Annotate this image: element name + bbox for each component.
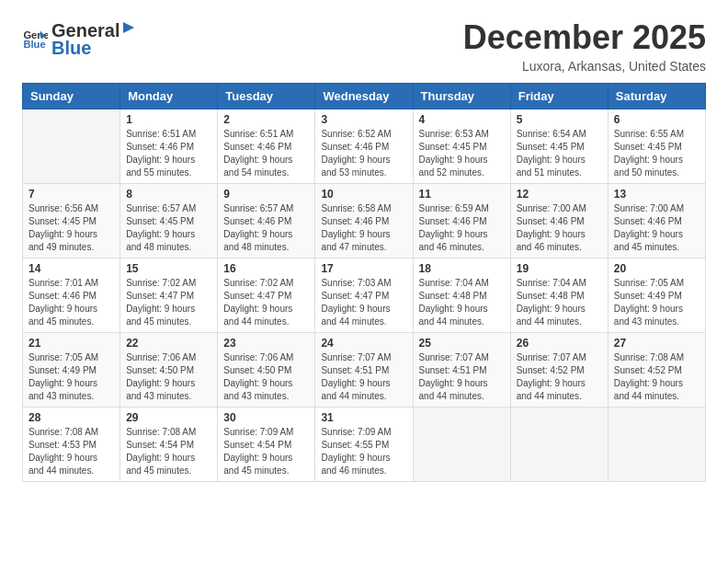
- calendar-week-row: 1Sunrise: 6:51 AM Sunset: 4:46 PM Daylig…: [23, 109, 706, 184]
- day-number: 25: [419, 337, 505, 350]
- svg-marker-3: [123, 22, 134, 33]
- day-number: 17: [321, 262, 406, 275]
- day-info: Sunrise: 6:57 AM Sunset: 4:45 PM Dayligh…: [126, 202, 211, 254]
- day-info: Sunrise: 6:53 AM Sunset: 4:45 PM Dayligh…: [419, 128, 505, 179]
- day-info: Sunrise: 6:56 AM Sunset: 4:45 PM Dayligh…: [28, 202, 114, 254]
- day-info: Sunrise: 7:09 AM Sunset: 4:55 PM Dayligh…: [321, 426, 406, 477]
- calendar-cell: [608, 408, 705, 482]
- month-title: December 2025: [463, 18, 706, 57]
- day-number: 19: [517, 262, 602, 275]
- calendar-week-row: 28Sunrise: 7:08 AM Sunset: 4:53 PM Dayli…: [23, 408, 706, 482]
- day-info: Sunrise: 6:57 AM Sunset: 4:46 PM Dayligh…: [223, 202, 309, 254]
- day-number: 27: [614, 337, 700, 350]
- calendar-cell: 19Sunrise: 7:04 AM Sunset: 4:48 PM Dayli…: [510, 259, 608, 333]
- day-number: 20: [614, 262, 700, 275]
- calendar-cell: [413, 408, 510, 482]
- calendar-cell: 17Sunrise: 7:03 AM Sunset: 4:47 PM Dayli…: [315, 259, 413, 333]
- weekday-header-saturday: Saturday: [608, 84, 705, 109]
- day-number: 11: [419, 188, 505, 201]
- day-number: 15: [126, 262, 211, 275]
- calendar-week-row: 21Sunrise: 7:05 AM Sunset: 4:49 PM Dayli…: [23, 333, 706, 408]
- day-info: Sunrise: 7:05 AM Sunset: 4:49 PM Dayligh…: [28, 351, 114, 403]
- day-info: Sunrise: 7:08 AM Sunset: 4:52 PM Dayligh…: [614, 351, 700, 403]
- day-info: Sunrise: 7:03 AM Sunset: 4:47 PM Dayligh…: [321, 277, 406, 328]
- day-info: Sunrise: 7:04 AM Sunset: 4:48 PM Dayligh…: [517, 277, 602, 328]
- logo-arrow-icon: [119, 18, 138, 37]
- calendar-cell: 3Sunrise: 6:52 AM Sunset: 4:46 PM Daylig…: [315, 109, 413, 184]
- calendar-cell: 24Sunrise: 7:07 AM Sunset: 4:51 PM Dayli…: [315, 333, 413, 408]
- day-number: 5: [517, 113, 602, 126]
- day-number: 22: [126, 337, 211, 350]
- calendar-week-row: 7Sunrise: 6:56 AM Sunset: 4:45 PM Daylig…: [23, 184, 706, 259]
- day-info: Sunrise: 7:06 AM Sunset: 4:50 PM Dayligh…: [126, 351, 211, 403]
- calendar-cell: 20Sunrise: 7:05 AM Sunset: 4:49 PM Dayli…: [608, 259, 705, 333]
- day-info: Sunrise: 7:01 AM Sunset: 4:46 PM Dayligh…: [28, 277, 114, 328]
- calendar-cell: 31Sunrise: 7:09 AM Sunset: 4:55 PM Dayli…: [315, 408, 413, 482]
- logo-icon: General Blue: [22, 26, 48, 52]
- day-info: Sunrise: 7:08 AM Sunset: 4:54 PM Dayligh…: [126, 426, 211, 477]
- calendar-cell: 7Sunrise: 6:56 AM Sunset: 4:45 PM Daylig…: [23, 184, 120, 259]
- calendar-cell: 14Sunrise: 7:01 AM Sunset: 4:46 PM Dayli…: [23, 259, 120, 333]
- day-number: 14: [28, 262, 114, 275]
- calendar-cell: 25Sunrise: 7:07 AM Sunset: 4:51 PM Dayli…: [413, 333, 510, 408]
- day-number: 2: [223, 113, 309, 126]
- day-info: Sunrise: 7:09 AM Sunset: 4:54 PM Dayligh…: [223, 426, 309, 477]
- day-info: Sunrise: 6:54 AM Sunset: 4:45 PM Dayligh…: [517, 128, 602, 179]
- day-info: Sunrise: 6:55 AM Sunset: 4:45 PM Dayligh…: [614, 128, 700, 179]
- day-number: 16: [223, 262, 309, 275]
- calendar-cell: 26Sunrise: 7:07 AM Sunset: 4:52 PM Dayli…: [510, 333, 608, 408]
- calendar-cell: 12Sunrise: 7:00 AM Sunset: 4:46 PM Dayli…: [510, 184, 608, 259]
- calendar-cell: 23Sunrise: 7:06 AM Sunset: 4:50 PM Dayli…: [218, 333, 315, 408]
- day-number: 10: [321, 188, 406, 201]
- calendar-cell: 29Sunrise: 7:08 AM Sunset: 4:54 PM Dayli…: [120, 408, 218, 482]
- weekday-header-wednesday: Wednesday: [315, 84, 413, 109]
- day-info: Sunrise: 6:59 AM Sunset: 4:46 PM Dayligh…: [419, 202, 505, 254]
- day-number: 3: [321, 113, 406, 126]
- title-area: December 2025 Luxora, Arkansas, United S…: [463, 18, 706, 74]
- calendar-cell: 13Sunrise: 7:00 AM Sunset: 4:46 PM Dayli…: [608, 184, 705, 259]
- day-number: 1: [126, 113, 211, 126]
- day-number: 31: [321, 411, 406, 424]
- day-info: Sunrise: 7:02 AM Sunset: 4:47 PM Dayligh…: [126, 277, 211, 328]
- day-info: Sunrise: 7:07 AM Sunset: 4:51 PM Dayligh…: [419, 351, 505, 403]
- day-info: Sunrise: 6:51 AM Sunset: 4:46 PM Dayligh…: [223, 128, 309, 179]
- day-info: Sunrise: 6:51 AM Sunset: 4:46 PM Dayligh…: [126, 128, 211, 179]
- day-number: 18: [419, 262, 505, 275]
- day-info: Sunrise: 7:07 AM Sunset: 4:52 PM Dayligh…: [517, 351, 602, 403]
- weekday-header-monday: Monday: [120, 84, 218, 109]
- day-number: 24: [321, 337, 406, 350]
- day-number: 23: [223, 337, 309, 350]
- calendar-cell: 18Sunrise: 7:04 AM Sunset: 4:48 PM Dayli…: [413, 259, 510, 333]
- location-subtitle: Luxora, Arkansas, United States: [463, 59, 706, 74]
- weekday-header-thursday: Thursday: [413, 84, 510, 109]
- day-number: 26: [517, 337, 602, 350]
- calendar-cell: 1Sunrise: 6:51 AM Sunset: 4:46 PM Daylig…: [120, 109, 218, 184]
- calendar-cell: 30Sunrise: 7:09 AM Sunset: 4:54 PM Dayli…: [218, 408, 315, 482]
- day-info: Sunrise: 7:00 AM Sunset: 4:46 PM Dayligh…: [614, 202, 700, 254]
- logo: General Blue General Blue: [22, 18, 138, 59]
- calendar-cell: 4Sunrise: 6:53 AM Sunset: 4:45 PM Daylig…: [413, 109, 510, 184]
- calendar-cell: 6Sunrise: 6:55 AM Sunset: 4:45 PM Daylig…: [608, 109, 705, 184]
- day-number: 30: [223, 411, 309, 424]
- day-number: 8: [126, 188, 211, 201]
- weekday-header-sunday: Sunday: [23, 84, 120, 109]
- calendar-table: SundayMondayTuesdayWednesdayThursdayFrid…: [22, 83, 706, 482]
- calendar-cell: 27Sunrise: 7:08 AM Sunset: 4:52 PM Dayli…: [608, 333, 705, 408]
- day-number: 4: [419, 113, 505, 126]
- day-number: 9: [223, 188, 309, 201]
- day-number: 13: [614, 188, 700, 201]
- calendar-cell: 8Sunrise: 6:57 AM Sunset: 4:45 PM Daylig…: [120, 184, 218, 259]
- calendar-cell: [510, 408, 608, 482]
- day-number: 28: [28, 411, 114, 424]
- calendar-cell: 9Sunrise: 6:57 AM Sunset: 4:46 PM Daylig…: [218, 184, 315, 259]
- day-number: 7: [28, 188, 114, 201]
- day-info: Sunrise: 7:02 AM Sunset: 4:47 PM Dayligh…: [223, 277, 309, 328]
- day-info: Sunrise: 7:07 AM Sunset: 4:51 PM Dayligh…: [321, 351, 406, 403]
- day-info: Sunrise: 6:58 AM Sunset: 4:46 PM Dayligh…: [321, 202, 406, 254]
- day-number: 6: [614, 113, 700, 126]
- calendar-cell: 22Sunrise: 7:06 AM Sunset: 4:50 PM Dayli…: [120, 333, 218, 408]
- day-info: Sunrise: 6:52 AM Sunset: 4:46 PM Dayligh…: [321, 128, 406, 179]
- day-number: 12: [517, 188, 602, 201]
- calendar-cell: 10Sunrise: 6:58 AM Sunset: 4:46 PM Dayli…: [315, 184, 413, 259]
- day-info: Sunrise: 7:00 AM Sunset: 4:46 PM Dayligh…: [517, 202, 602, 254]
